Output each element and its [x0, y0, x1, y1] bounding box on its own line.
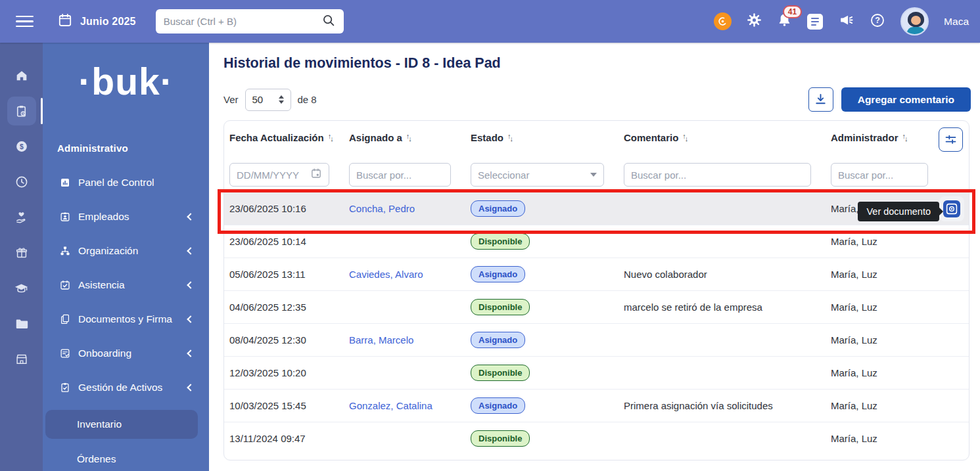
sidebar-item-documents[interactable]: Documentos y Firma — [43, 302, 209, 336]
table-row[interactable]: 08/04/2025 12:30 Barra, Marcelo Asignado… — [224, 323, 969, 356]
cell-administrador: María, Luz — [826, 433, 935, 444]
chevron-left-icon[interactable] — [187, 384, 194, 391]
chevron-left-icon[interactable] — [187, 281, 194, 288]
notifications-bell-icon[interactable]: 41 — [777, 12, 792, 30]
comentario-filter-input[interactable] — [631, 169, 804, 181]
rail-store-icon[interactable] — [7, 345, 36, 374]
rail-gift-icon[interactable] — [7, 238, 36, 267]
table-row[interactable]: 10/03/2025 15:45 Gonzalez, Catalina Asig… — [224, 389, 969, 422]
movements-table-card: Fecha Actualización ↑↓Asignado a ↑↓Estad… — [223, 120, 969, 460]
date-filter[interactable] — [229, 163, 329, 187]
cell-administrador: María, Luz — [826, 334, 935, 346]
rail-folder-icon[interactable] — [7, 309, 36, 338]
sidebar-item-onboarding[interactable]: Onboarding — [43, 336, 209, 370]
table-row[interactable]: 04/06/2025 12:35 Disponible marcelo se r… — [224, 290, 969, 323]
administrador-filter-input[interactable] — [838, 169, 921, 181]
cell-comentario: marcelo se retiró de la empresa — [618, 302, 826, 313]
sidebar-section-label: Administrativo — [57, 143, 209, 154]
sidebar-item-employees[interactable]: Empleados — [43, 200, 209, 234]
assignee-link[interactable]: Concha, Pedro — [349, 203, 415, 214]
asignado-filter[interactable] — [349, 163, 451, 187]
announcements-megaphone-icon[interactable] — [838, 12, 854, 31]
notification-count-badge[interactable]: 41 — [783, 5, 802, 18]
status-badge: Disponible — [471, 299, 530, 315]
asignado-filter-input[interactable] — [356, 169, 444, 181]
svg-text:?: ? — [875, 16, 880, 25]
page-size-value: 50 — [252, 94, 264, 105]
download-icon — [814, 93, 828, 106]
download-button[interactable] — [808, 87, 833, 112]
sidebar-item-attendance[interactable]: Asistencia — [43, 268, 209, 302]
estado-filter-placeholder: Seleccionar — [478, 169, 529, 181]
column-header-comentario: Comentario ↑↓ — [618, 132, 826, 143]
cell-fecha: 04/06/2025 12:35 — [224, 302, 344, 313]
rail-money-icon[interactable]: $ — [7, 132, 36, 161]
assignee-link[interactable]: Barra, Marcelo — [349, 334, 413, 346]
user-name[interactable]: Maca — [944, 16, 969, 28]
sort-icon[interactable]: ↑↓ — [682, 133, 687, 141]
cell-fecha: 23/06/2025 10:14 — [224, 236, 344, 247]
chevron-left-icon[interactable] — [187, 315, 194, 323]
user-avatar[interactable] — [900, 7, 929, 35]
chevron-left-icon[interactable] — [187, 213, 194, 220]
table-row[interactable]: 23/06/2025 10:16 Concha, Pedro Asignado … — [224, 192, 969, 225]
date-filter-input[interactable] — [237, 169, 310, 181]
column-settings-button[interactable] — [939, 127, 963, 152]
buk-logo: ·buk· — [43, 58, 209, 104]
chevron-left-icon[interactable] — [187, 247, 194, 254]
cell-administrador: María, Luz — [826, 400, 935, 411]
search-icon[interactable] — [321, 13, 336, 30]
documents-icon — [59, 313, 71, 325]
period-selector[interactable]: Junio 2025 — [57, 12, 136, 31]
rail-time-icon[interactable] — [7, 168, 36, 196]
estado-filter-select[interactable]: Seleccionar — [471, 163, 604, 187]
sort-icon[interactable]: ↑↓ — [902, 133, 907, 141]
sidebar-item-panel[interactable]: Panel de Control — [43, 166, 209, 200]
svg-text:$: $ — [20, 143, 24, 150]
column-label: Administrador — [831, 132, 898, 143]
help-icon[interactable]: ? — [870, 12, 885, 31]
chevron-left-icon[interactable] — [187, 349, 194, 357]
settings-gear-icon[interactable] — [747, 12, 762, 30]
calendar-icon[interactable] — [310, 168, 322, 182]
cell-fecha: 10/03/2025 15:45 — [224, 400, 344, 411]
sidebar-subitem-inventario[interactable]: Inventario — [45, 410, 198, 439]
cell-estado: Asignado — [465, 266, 618, 282]
intercom-messenger-icon[interactable] — [714, 12, 732, 30]
hamburger-menu-icon[interactable] — [16, 16, 34, 28]
notes-document-icon[interactable] — [807, 14, 823, 30]
sidebar-subitem-rdenes[interactable]: Órdenes — [45, 445, 198, 471]
global-search-input[interactable] — [164, 16, 321, 27]
rail-home-icon[interactable] — [7, 61, 36, 90]
rail-training-cap-icon[interactable] — [7, 274, 36, 303]
rail-benefits-hand-heart-icon[interactable] — [7, 203, 36, 232]
table-row[interactable]: 12/03/2025 10:20 Disponible María, Luz — [224, 356, 969, 389]
cell-asignado: Caviedes, Alvaro — [344, 269, 465, 280]
assignee-link[interactable]: Gonzalez, Catalina — [349, 400, 432, 411]
sidebar-item-asset-management[interactable]: Gestión de Activos — [43, 370, 209, 405]
sort-icon[interactable]: ↑↓ — [406, 133, 411, 141]
administrador-filter[interactable] — [831, 163, 928, 187]
page-size-label: Ver — [223, 94, 239, 105]
rail-assets-clipboard-icon[interactable] — [7, 97, 36, 125]
cell-comentario: Primera asignación vía solicitudes — [618, 400, 826, 411]
table-row[interactable]: 05/06/2025 13:11 Caviedes, Alvaro Asigna… — [224, 258, 969, 290]
page-size-select[interactable]: 50 — [245, 89, 291, 111]
sort-icon[interactable]: ↑↓ — [507, 133, 512, 141]
table-controls: Ver 50 de 8 Agregar comentario — [223, 87, 971, 112]
column-header-estado: Estado ↑↓ — [465, 132, 618, 143]
add-comment-button[interactable]: Agregar comentario — [841, 87, 971, 112]
cell-administrador: María, Luz — [826, 302, 935, 313]
table-row[interactable]: 13/11/2024 09:47 Disponible María, Luz — [224, 422, 969, 455]
assignee-link[interactable]: Caviedes, Alvaro — [349, 269, 423, 280]
sidebar-item-organization[interactable]: Organización — [43, 234, 209, 268]
calendar-icon — [57, 12, 73, 31]
organization-icon — [59, 245, 71, 257]
global-search[interactable] — [156, 9, 344, 34]
stepper-arrows-icon[interactable] — [279, 95, 284, 104]
cell-estado: Disponible — [465, 430, 618, 447]
table-row[interactable]: 23/06/2025 10:14 Disponible María, Luz — [224, 225, 969, 258]
comentario-filter[interactable] — [624, 163, 811, 187]
status-badge: Asignado — [471, 397, 525, 414]
sort-icon[interactable]: ↑↓ — [328, 133, 333, 141]
